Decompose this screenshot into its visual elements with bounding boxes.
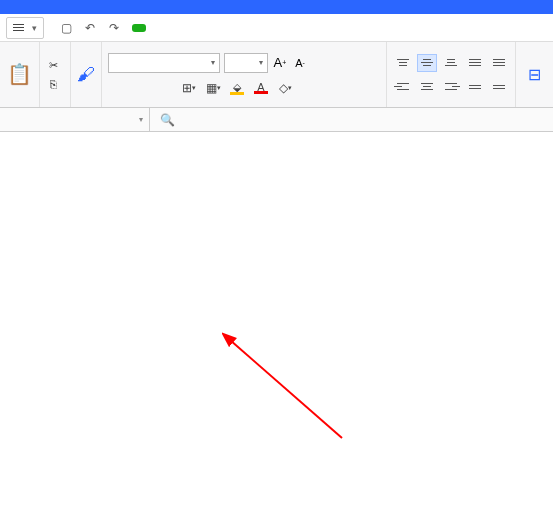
merge-icon: ⊟ bbox=[528, 65, 541, 84]
copy-icon: ⎘ bbox=[46, 77, 60, 91]
annotation-arrow bbox=[222, 328, 352, 448]
quick-access-toolbar: ▢ ↶ ↷ bbox=[58, 20, 122, 36]
formula-bar[interactable]: 🔍 bbox=[150, 113, 193, 127]
clear-format-button[interactable]: ◇▾ bbox=[276, 79, 294, 97]
wrap-text-button[interactable] bbox=[465, 78, 485, 96]
chevron-down-icon: ▾ bbox=[259, 58, 263, 67]
tab-home[interactable] bbox=[132, 24, 146, 32]
clipboard-group: ✂ ⎘ bbox=[40, 42, 71, 107]
chevron-down-icon: ▾ bbox=[211, 58, 215, 67]
align-left-button[interactable] bbox=[393, 78, 413, 96]
redo-icon[interactable]: ↷ bbox=[106, 20, 122, 36]
file-menu-button[interactable]: ▾ bbox=[6, 17, 44, 39]
chevron-down-icon: ▾ bbox=[139, 115, 143, 124]
tab-insert[interactable] bbox=[148, 24, 162, 32]
name-box[interactable]: ▾ bbox=[0, 108, 150, 131]
fill-color-button[interactable]: ⬙ bbox=[228, 79, 246, 97]
font-color-button[interactable]: A bbox=[252, 79, 270, 97]
clipboard-icon: 📋 bbox=[7, 62, 32, 86]
copy-button[interactable]: ⎘ bbox=[46, 77, 64, 91]
align-middle-button[interactable] bbox=[417, 54, 437, 72]
formula-bar-row: ▾ 🔍 bbox=[0, 108, 553, 132]
align-bottom-button[interactable] bbox=[441, 54, 461, 72]
menu-bar: ▾ ▢ ↶ ↷ bbox=[0, 14, 553, 42]
bold-button[interactable] bbox=[108, 79, 126, 97]
svg-line-0 bbox=[230, 340, 342, 438]
align-right-button[interactable] bbox=[441, 78, 461, 96]
tab-data[interactable] bbox=[196, 24, 210, 32]
cut-button[interactable]: ✂ bbox=[46, 59, 64, 73]
font-group: ▾ ▾ A+ A- ⊞▾ ▦▾ ⬙ A ◇▾ bbox=[102, 42, 386, 107]
indent-increase-button[interactable] bbox=[489, 54, 509, 72]
font-name-select[interactable]: ▾ bbox=[108, 53, 220, 73]
tab-security[interactable] bbox=[244, 24, 258, 32]
format-painter-group[interactable]: 🖌 bbox=[71, 42, 102, 107]
increase-font-icon[interactable]: A+ bbox=[272, 55, 288, 71]
tab-developer[interactable] bbox=[260, 24, 274, 32]
brush-icon: 🖌 bbox=[77, 64, 95, 85]
tab-page-layout[interactable] bbox=[164, 24, 178, 32]
orientation-button[interactable] bbox=[489, 78, 509, 96]
ribbon: 📋 ✂ ⎘ 🖌 ▾ ▾ A+ A- ⊞▾ ▦▾ ⬙ A bbox=[0, 42, 553, 108]
ribbon-tabs bbox=[132, 24, 274, 32]
border-button[interactable]: ⊞▾ bbox=[180, 79, 198, 97]
paste-group[interactable]: 📋 bbox=[0, 42, 40, 107]
align-top-button[interactable] bbox=[393, 54, 413, 72]
italic-button[interactable] bbox=[132, 79, 150, 97]
align-center-button[interactable] bbox=[417, 78, 437, 96]
chevron-down-icon: ▾ bbox=[32, 23, 37, 33]
fill-color-indicator bbox=[230, 92, 244, 95]
font-size-select[interactable]: ▾ bbox=[224, 53, 268, 73]
tab-formula[interactable] bbox=[180, 24, 194, 32]
merge-group[interactable]: ⊟ bbox=[515, 42, 553, 107]
align-group bbox=[386, 42, 515, 107]
tab-view[interactable] bbox=[228, 24, 242, 32]
zoom-icon[interactable]: 🔍 bbox=[160, 113, 175, 127]
cell-style-button[interactable]: ▦▾ bbox=[204, 79, 222, 97]
font-color-indicator bbox=[254, 91, 268, 94]
title-bar bbox=[0, 0, 553, 14]
save-icon[interactable]: ▢ bbox=[58, 20, 74, 36]
decrease-font-icon[interactable]: A- bbox=[292, 55, 308, 71]
undo-icon[interactable]: ↶ bbox=[82, 20, 98, 36]
scissors-icon: ✂ bbox=[46, 59, 60, 73]
tab-review[interactable] bbox=[212, 24, 226, 32]
underline-button[interactable] bbox=[156, 79, 174, 97]
hamburger-icon bbox=[13, 24, 24, 31]
indent-decrease-button[interactable] bbox=[465, 54, 485, 72]
